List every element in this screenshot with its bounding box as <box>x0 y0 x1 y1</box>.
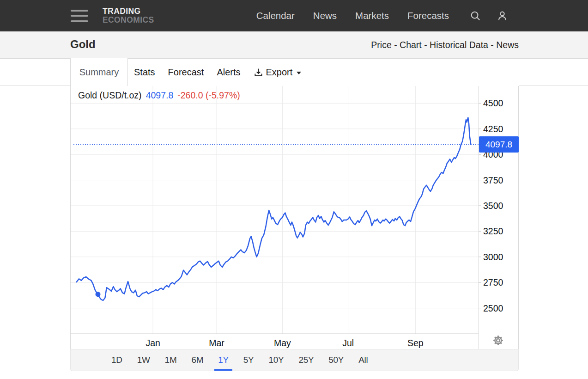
export-label: Export <box>266 67 293 78</box>
user-account-icon[interactable] <box>497 10 508 22</box>
tab-summary[interactable]: Summary <box>70 58 128 86</box>
y-axis-label: 2750 <box>483 277 518 288</box>
menu-icon[interactable] <box>71 10 88 22</box>
x-axis-label: Jul <box>330 338 367 348</box>
range-toolbar: 1D1W1M6M1Y5Y10Y25Y50YAll <box>70 349 519 371</box>
brand-line1: TRADING <box>103 7 154 16</box>
range-button-6m[interactable]: 6M <box>186 349 208 371</box>
current-price-badge: 4097.8 <box>479 136 519 153</box>
range-button-5y[interactable]: 5Y <box>238 349 259 371</box>
brand-line2: ECONOMICS <box>103 16 154 24</box>
gold-price-series <box>77 117 471 300</box>
nav-link-forecasts[interactable]: Forecasts <box>407 10 449 21</box>
tab-group: Stats Forecast Alerts Export <box>134 58 301 86</box>
range-button-1d[interactable]: 1D <box>106 349 127 371</box>
page-title: Gold <box>70 38 96 51</box>
range-button-all[interactable]: All <box>353 349 373 371</box>
tab-alerts[interactable]: Alerts <box>217 67 240 78</box>
series-marker-dot <box>96 292 101 297</box>
chart-change: -260.0 (-5.97%) <box>177 90 240 101</box>
tab-stats[interactable]: Stats <box>134 67 155 78</box>
range-button-25y[interactable]: 25Y <box>293 349 319 371</box>
chart-legend: Gold (USD/t.oz) 4097.8 -260.0 (-5.97%) <box>78 90 240 101</box>
chart-settings-icon[interactable] <box>493 335 503 348</box>
chart-instrument-label: Gold (USD/t.oz) <box>78 90 142 101</box>
x-axis-label: Sep <box>397 338 434 348</box>
y-axis-label: 3250 <box>483 226 518 237</box>
x-axis-label: Jan <box>134 338 171 348</box>
instrument-header: Gold Price - Chart - Historical Data - N… <box>0 31 588 58</box>
price-chart-panel: Gold (USD/t.oz) 4097.8 -260.0 (-5.97%) 4… <box>70 86 519 349</box>
y-axis-label: 3750 <box>483 175 518 186</box>
price-line-chart[interactable] <box>71 86 519 349</box>
main-nav: Calendar News Markets Forecasts <box>256 10 449 21</box>
divider <box>0 58 70 59</box>
tab-bar: Summary Stats Forecast Alerts Export <box>0 58 588 86</box>
y-axis-label: 2500 <box>483 303 518 314</box>
nav-link-calendar[interactable]: Calendar <box>256 10 295 21</box>
chart-last-price: 4097.8 <box>146 90 174 101</box>
nav-link-markets[interactable]: Markets <box>355 10 389 21</box>
range-button-1w[interactable]: 1W <box>132 349 155 371</box>
range-button-10y[interactable]: 10Y <box>263 349 289 371</box>
y-axis-label: 3000 <box>483 252 518 263</box>
breadcrumb[interactable]: Price - Chart - Historical Data - News <box>371 40 519 50</box>
y-axis-label: 3500 <box>483 201 518 211</box>
range-button-1y[interactable]: 1Y <box>213 349 234 371</box>
export-menu[interactable]: Export <box>254 67 302 78</box>
y-axis-label: 4500 <box>483 98 518 109</box>
x-axis-label: Mar <box>198 338 235 348</box>
trading-economics-page: TRADING ECONOMICS Calendar News Markets … <box>0 0 588 379</box>
top-navbar: TRADING ECONOMICS Calendar News Markets … <box>0 0 588 31</box>
brand-logo[interactable]: TRADING ECONOMICS <box>103 7 154 24</box>
range-button-50y[interactable]: 50Y <box>323 349 349 371</box>
nav-link-news[interactable]: News <box>313 10 337 21</box>
download-icon <box>254 67 263 77</box>
divider <box>0 86 70 86</box>
x-axis-label: May <box>264 338 301 348</box>
y-axis-label: 4250 <box>483 124 518 134</box>
range-button-1m[interactable]: 1M <box>160 349 182 371</box>
search-icon[interactable] <box>470 10 481 22</box>
tab-forecast[interactable]: Forecast <box>168 67 204 78</box>
divider <box>519 86 588 86</box>
caret-down-icon <box>297 72 301 74</box>
